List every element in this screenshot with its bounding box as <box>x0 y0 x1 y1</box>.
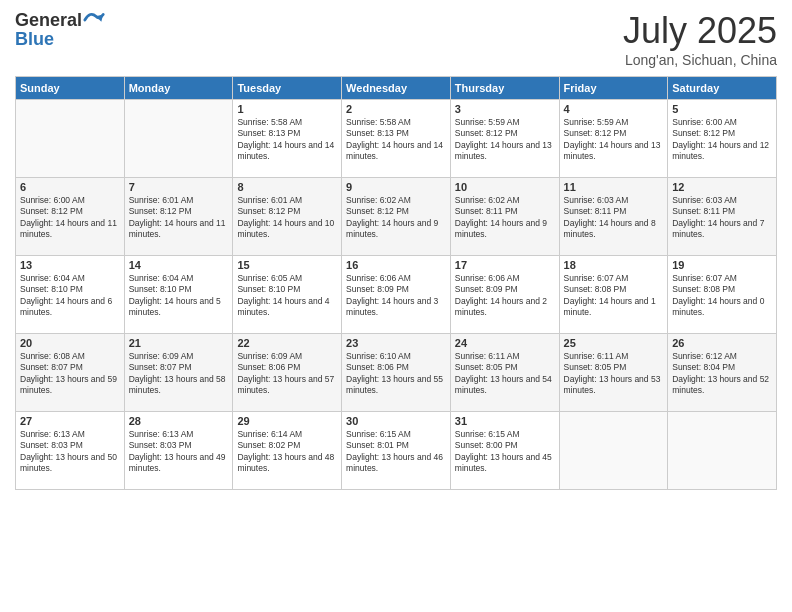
cell-info: Sunrise: 6:09 AM Sunset: 8:07 PM Dayligh… <box>129 351 229 397</box>
cell-info: Sunrise: 6:09 AM Sunset: 8:06 PM Dayligh… <box>237 351 337 397</box>
day-number: 3 <box>455 103 555 115</box>
calendar-cell: 11Sunrise: 6:03 AM Sunset: 8:11 PM Dayli… <box>559 178 668 256</box>
calendar-cell: 8Sunrise: 6:01 AM Sunset: 8:12 PM Daylig… <box>233 178 342 256</box>
cell-info: Sunrise: 6:04 AM Sunset: 8:10 PM Dayligh… <box>129 273 229 319</box>
calendar-cell: 5Sunrise: 6:00 AM Sunset: 8:12 PM Daylig… <box>668 100 777 178</box>
calendar-cell <box>668 412 777 490</box>
cell-info: Sunrise: 6:06 AM Sunset: 8:09 PM Dayligh… <box>455 273 555 319</box>
day-number: 27 <box>20 415 120 427</box>
cell-info: Sunrise: 6:14 AM Sunset: 8:02 PM Dayligh… <box>237 429 337 475</box>
calendar-cell: 22Sunrise: 6:09 AM Sunset: 8:06 PM Dayli… <box>233 334 342 412</box>
day-number: 25 <box>564 337 664 349</box>
cell-info: Sunrise: 6:08 AM Sunset: 8:07 PM Dayligh… <box>20 351 120 397</box>
calendar-cell <box>16 100 125 178</box>
cell-info: Sunrise: 6:13 AM Sunset: 8:03 PM Dayligh… <box>20 429 120 475</box>
cell-info: Sunrise: 6:03 AM Sunset: 8:11 PM Dayligh… <box>564 195 664 241</box>
day-number: 9 <box>346 181 446 193</box>
cell-info: Sunrise: 6:11 AM Sunset: 8:05 PM Dayligh… <box>455 351 555 397</box>
day-number: 21 <box>129 337 229 349</box>
calendar-cell: 25Sunrise: 6:11 AM Sunset: 8:05 PM Dayli… <box>559 334 668 412</box>
cell-info: Sunrise: 6:00 AM Sunset: 8:12 PM Dayligh… <box>20 195 120 241</box>
cell-info: Sunrise: 6:15 AM Sunset: 8:01 PM Dayligh… <box>346 429 446 475</box>
day-number: 20 <box>20 337 120 349</box>
weekday-header-saturday: Saturday <box>668 77 777 100</box>
cell-info: Sunrise: 5:58 AM Sunset: 8:13 PM Dayligh… <box>237 117 337 163</box>
cell-info: Sunrise: 6:02 AM Sunset: 8:11 PM Dayligh… <box>455 195 555 241</box>
title-section: July 2025 Long'an, Sichuan, China <box>623 10 777 68</box>
calendar-cell: 6Sunrise: 6:00 AM Sunset: 8:12 PM Daylig… <box>16 178 125 256</box>
header: General Blue July 2025 Long'an, Sichuan,… <box>15 10 777 68</box>
calendar-cell: 15Sunrise: 6:05 AM Sunset: 8:10 PM Dayli… <box>233 256 342 334</box>
calendar-cell <box>124 100 233 178</box>
day-number: 6 <box>20 181 120 193</box>
cell-info: Sunrise: 6:01 AM Sunset: 8:12 PM Dayligh… <box>237 195 337 241</box>
logo-blue-text: Blue <box>15 29 105 50</box>
calendar-cell: 20Sunrise: 6:08 AM Sunset: 8:07 PM Dayli… <box>16 334 125 412</box>
cell-info: Sunrise: 6:02 AM Sunset: 8:12 PM Dayligh… <box>346 195 446 241</box>
day-number: 31 <box>455 415 555 427</box>
calendar-cell: 30Sunrise: 6:15 AM Sunset: 8:01 PM Dayli… <box>342 412 451 490</box>
cell-info: Sunrise: 6:03 AM Sunset: 8:11 PM Dayligh… <box>672 195 772 241</box>
logo-general-text: General <box>15 10 82 31</box>
cell-info: Sunrise: 6:01 AM Sunset: 8:12 PM Dayligh… <box>129 195 229 241</box>
day-number: 17 <box>455 259 555 271</box>
day-number: 5 <box>672 103 772 115</box>
calendar-cell: 17Sunrise: 6:06 AM Sunset: 8:09 PM Dayli… <box>450 256 559 334</box>
cell-info: Sunrise: 5:58 AM Sunset: 8:13 PM Dayligh… <box>346 117 446 163</box>
calendar-cell: 23Sunrise: 6:10 AM Sunset: 8:06 PM Dayli… <box>342 334 451 412</box>
calendar-cell: 3Sunrise: 5:59 AM Sunset: 8:12 PM Daylig… <box>450 100 559 178</box>
cell-info: Sunrise: 6:05 AM Sunset: 8:10 PM Dayligh… <box>237 273 337 319</box>
week-row-1: 1Sunrise: 5:58 AM Sunset: 8:13 PM Daylig… <box>16 100 777 178</box>
location: Long'an, Sichuan, China <box>623 52 777 68</box>
day-number: 15 <box>237 259 337 271</box>
month-title: July 2025 <box>623 10 777 52</box>
calendar-cell: 31Sunrise: 6:15 AM Sunset: 8:00 PM Dayli… <box>450 412 559 490</box>
calendar-cell: 29Sunrise: 6:14 AM Sunset: 8:02 PM Dayli… <box>233 412 342 490</box>
week-row-4: 20Sunrise: 6:08 AM Sunset: 8:07 PM Dayli… <box>16 334 777 412</box>
day-number: 8 <box>237 181 337 193</box>
day-number: 23 <box>346 337 446 349</box>
day-number: 19 <box>672 259 772 271</box>
day-number: 2 <box>346 103 446 115</box>
day-number: 13 <box>20 259 120 271</box>
day-number: 1 <box>237 103 337 115</box>
day-number: 18 <box>564 259 664 271</box>
day-number: 12 <box>672 181 772 193</box>
cell-info: Sunrise: 6:12 AM Sunset: 8:04 PM Dayligh… <box>672 351 772 397</box>
day-number: 14 <box>129 259 229 271</box>
weekday-header-monday: Monday <box>124 77 233 100</box>
calendar-cell: 24Sunrise: 6:11 AM Sunset: 8:05 PM Dayli… <box>450 334 559 412</box>
calendar-cell: 13Sunrise: 6:04 AM Sunset: 8:10 PM Dayli… <box>16 256 125 334</box>
day-number: 4 <box>564 103 664 115</box>
day-number: 26 <box>672 337 772 349</box>
page: General Blue July 2025 Long'an, Sichuan,… <box>0 0 792 612</box>
cell-info: Sunrise: 6:04 AM Sunset: 8:10 PM Dayligh… <box>20 273 120 319</box>
cell-info: Sunrise: 6:07 AM Sunset: 8:08 PM Dayligh… <box>672 273 772 319</box>
day-number: 22 <box>237 337 337 349</box>
day-number: 10 <box>455 181 555 193</box>
calendar-cell: 14Sunrise: 6:04 AM Sunset: 8:10 PM Dayli… <box>124 256 233 334</box>
calendar-cell: 27Sunrise: 6:13 AM Sunset: 8:03 PM Dayli… <box>16 412 125 490</box>
calendar-cell: 19Sunrise: 6:07 AM Sunset: 8:08 PM Dayli… <box>668 256 777 334</box>
cell-info: Sunrise: 6:13 AM Sunset: 8:03 PM Dayligh… <box>129 429 229 475</box>
calendar-cell <box>559 412 668 490</box>
day-number: 29 <box>237 415 337 427</box>
logo-icon <box>83 9 105 31</box>
calendar-cell: 10Sunrise: 6:02 AM Sunset: 8:11 PM Dayli… <box>450 178 559 256</box>
calendar-cell: 4Sunrise: 5:59 AM Sunset: 8:12 PM Daylig… <box>559 100 668 178</box>
day-number: 24 <box>455 337 555 349</box>
calendar-cell: 9Sunrise: 6:02 AM Sunset: 8:12 PM Daylig… <box>342 178 451 256</box>
week-row-3: 13Sunrise: 6:04 AM Sunset: 8:10 PM Dayli… <box>16 256 777 334</box>
day-number: 7 <box>129 181 229 193</box>
cell-info: Sunrise: 6:07 AM Sunset: 8:08 PM Dayligh… <box>564 273 664 319</box>
calendar-table: SundayMondayTuesdayWednesdayThursdayFrid… <box>15 76 777 490</box>
day-number: 28 <box>129 415 229 427</box>
cell-info: Sunrise: 6:10 AM Sunset: 8:06 PM Dayligh… <box>346 351 446 397</box>
cell-info: Sunrise: 6:06 AM Sunset: 8:09 PM Dayligh… <box>346 273 446 319</box>
weekday-header-wednesday: Wednesday <box>342 77 451 100</box>
weekday-header-friday: Friday <box>559 77 668 100</box>
cell-info: Sunrise: 6:11 AM Sunset: 8:05 PM Dayligh… <box>564 351 664 397</box>
calendar-cell: 18Sunrise: 6:07 AM Sunset: 8:08 PM Dayli… <box>559 256 668 334</box>
calendar-cell: 7Sunrise: 6:01 AM Sunset: 8:12 PM Daylig… <box>124 178 233 256</box>
cell-info: Sunrise: 5:59 AM Sunset: 8:12 PM Dayligh… <box>455 117 555 163</box>
